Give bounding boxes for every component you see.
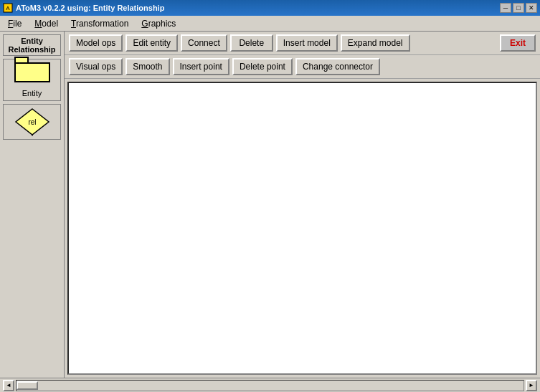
scroll-left-button[interactable]: ◄	[3, 380, 14, 391]
insert-model-button[interactable]: Insert model	[276, 34, 338, 52]
menu-graphics[interactable]: Graphics	[135, 16, 182, 31]
visual-ops-button[interactable]: Visual ops	[69, 58, 123, 75]
toolbar-row-1: Model ops Edit entity Connect Delete Ins…	[65, 32, 540, 55]
svg-text:rel: rel	[28, 118, 36, 126]
scroll-thumb[interactable]	[16, 381, 38, 390]
entity-icon	[14, 62, 50, 87]
sidebar-active-label: Entity Relationship	[3, 34, 61, 56]
close-button[interactable]: ✕	[526, 3, 537, 13]
delete-button[interactable]: Delete	[230, 34, 273, 52]
connect-button[interactable]: Connect	[181, 34, 227, 52]
entity-label: Entity	[22, 89, 42, 97]
rel-icon: rel	[14, 107, 50, 136]
menu-bar: File Model Transformation Graphics	[0, 16, 540, 32]
window-controls: ─ □ ✕	[500, 3, 537, 13]
sidebar-item-rel[interactable]: rel	[3, 104, 61, 140]
sidebar-item-entity[interactable]: Entity	[3, 59, 61, 101]
app-icon: A	[3, 3, 13, 13]
sidebar: Entity Relationship Entity rel	[0, 32, 65, 378]
menu-transformation[interactable]: Transformation	[65, 16, 135, 31]
minimize-button[interactable]: ─	[500, 3, 511, 13]
main-content: Entity Relationship Entity rel	[0, 32, 540, 378]
scroll-right-button[interactable]: ►	[526, 380, 537, 391]
title-bar: A AToM3 v0.2.2 using: Entity Relationshi…	[0, 0, 540, 16]
maximize-button[interactable]: □	[513, 3, 524, 13]
menu-model[interactable]: Model	[28, 16, 65, 31]
edit-entity-button[interactable]: Edit entity	[125, 34, 178, 52]
right-panel: Model ops Edit entity Connect Delete Ins…	[65, 32, 540, 378]
svg-text:A: A	[6, 5, 10, 11]
model-ops-button[interactable]: Model ops	[69, 34, 123, 52]
change-connector-button[interactable]: Change connector	[295, 58, 380, 75]
status-bar: ◄ ►	[0, 378, 540, 392]
insert-point-button[interactable]: Insert point	[173, 58, 229, 75]
toolbar-row-2: Visual ops Smooth Insert point Delete po…	[65, 55, 540, 79]
exit-button[interactable]: Exit	[500, 34, 536, 52]
delete-point-button[interactable]: Delete point	[232, 58, 293, 75]
horizontal-scrollbar[interactable]	[16, 380, 524, 391]
menu-file[interactable]: File	[1, 16, 28, 31]
smooth-button[interactable]: Smooth	[125, 58, 169, 75]
window-title: AToM3 v0.2.2 using: Entity Relationship	[16, 4, 164, 12]
canvas-area[interactable]	[67, 82, 537, 375]
expand-model-button[interactable]: Expand model	[341, 34, 410, 52]
